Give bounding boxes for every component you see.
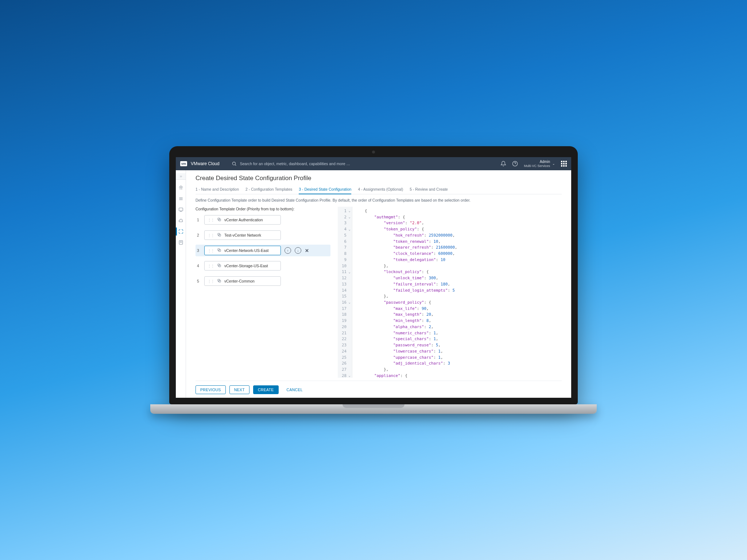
template-box[interactable]: ⋮⋮vCenter-Common <box>204 276 281 286</box>
template-row[interactable]: 1⋮⋮vCenter Authentication <box>196 214 330 226</box>
gutter-line: 9 <box>341 257 351 263</box>
code-line: "lowercase_chars": 1, <box>355 349 457 355</box>
create-button[interactable]: CREATE <box>253 385 279 394</box>
nav-item-list[interactable] <box>178 196 184 202</box>
user-context: Multi-VC Services <box>524 164 550 168</box>
json-preview: 1⌄2⌄34⌄567891011⌄1213141516⌄171819202122… <box>338 207 562 378</box>
row-number: 2 <box>197 233 201 237</box>
code-line: "clock_tolerance": 600000, <box>355 251 457 257</box>
template-box[interactable]: ⋮⋮vCenter-Network-US-East <box>204 246 281 255</box>
wizard-step[interactable]: 3 - Desired State Configuration <box>299 187 351 194</box>
copy-icon <box>217 279 221 284</box>
move-up-button[interactable]: ↑ <box>285 247 291 254</box>
svg-line-1 <box>235 165 236 166</box>
gutter-line: 23 <box>341 342 351 349</box>
drag-handle-icon[interactable]: ⋮⋮ <box>208 249 214 253</box>
code-line: "alpha_chars": 2, <box>355 324 457 330</box>
copy-icon <box>217 263 221 268</box>
move-down-button[interactable]: ↓ <box>295 247 301 254</box>
gutter-line: 1⌄ <box>341 208 351 214</box>
cancel-button[interactable]: CANCEL <box>282 385 307 394</box>
wizard-step[interactable]: 2 - Configuration Templates <box>245 187 292 194</box>
remove-button[interactable]: ✕ <box>305 248 309 253</box>
drag-handle-icon[interactable]: ⋮⋮ <box>208 279 214 283</box>
gutter-line: 26 <box>341 361 351 367</box>
gutter-line: 28⌄ <box>341 373 351 378</box>
code-line: "failed_login_attempts": 5 <box>355 288 457 294</box>
nav-item-config[interactable] <box>178 229 184 234</box>
template-row[interactable]: 3⋮⋮vCenter-Network-US-East↑↓✕ <box>196 245 330 256</box>
user-name: Admin <box>524 160 550 164</box>
wizard-step[interactable]: 4 - Assignments (Optional) <box>358 187 403 194</box>
code-line: "max_length": 20, <box>355 312 457 318</box>
wizard-step[interactable]: 5 - Review and Create <box>410 187 448 194</box>
template-row[interactable]: 2⋮⋮Test-vCenter Network <box>196 229 330 241</box>
code-line: "authmgmt": { <box>355 214 457 221</box>
code-line: { <box>355 208 457 214</box>
drag-handle-icon[interactable]: ⋮⋮ <box>208 264 214 268</box>
gutter-line: 25 <box>341 355 351 361</box>
next-button[interactable]: NEXT <box>229 385 249 394</box>
svg-point-0 <box>232 162 235 165</box>
template-name: vCenter-Network-US-East <box>224 248 268 253</box>
page-instruction: Define Configuration Template order to b… <box>196 198 562 202</box>
product-name: VMware Cloud <box>191 161 220 166</box>
nav-item-home[interactable] <box>178 185 184 191</box>
code-line: "numeric_chars": 1, <box>355 330 457 337</box>
code-line: "special_chars": 1, <box>355 336 457 342</box>
nav-item-reports[interactable] <box>178 240 184 245</box>
nav-item-workspace[interactable] <box>178 207 184 213</box>
template-name: vCenter-Storage-US-East <box>224 264 268 268</box>
gutter-line: 16⌄ <box>341 300 351 306</box>
code-line: "hok_refresh": 2592000000, <box>355 233 457 239</box>
template-name: vCenter-Common <box>224 279 255 283</box>
gutter-line: 18 <box>341 312 351 318</box>
code-line: "version": "2.0", <box>355 220 457 226</box>
user-menu[interactable]: Admin Multi-VC Services ⌄ <box>524 160 555 168</box>
wizard-footer: PREVIOUS NEXT CREATE CANCEL <box>196 381 562 394</box>
topbar: vm VMware Cloud Search for an object, me… <box>176 157 571 170</box>
template-box[interactable]: ⋮⋮Test-vCenter Network <box>204 230 281 240</box>
nav-collapse-toggle[interactable] <box>176 173 186 180</box>
template-name: Test-vCenter Network <box>224 233 261 237</box>
code-line: "min_length": 8, <box>355 318 457 324</box>
notifications-icon[interactable] <box>500 161 506 167</box>
help-icon[interactable] <box>512 161 518 167</box>
code-line: "token_renewal": 10, <box>355 239 457 245</box>
drag-handle-icon[interactable]: ⋮⋮ <box>208 233 214 237</box>
template-row[interactable]: 5⋮⋮vCenter-Common <box>196 275 330 287</box>
template-box[interactable]: ⋮⋮vCenter-Storage-US-East <box>204 261 281 271</box>
template-box[interactable]: ⋮⋮vCenter Authentication <box>204 215 281 225</box>
gutter-line: 14 <box>341 288 351 294</box>
gutter-line: 2⌄ <box>341 214 351 221</box>
gutter-line: 27 <box>341 367 351 373</box>
copy-icon <box>217 217 221 222</box>
nav-item-cloud[interactable] <box>178 218 184 223</box>
global-search[interactable]: Search for an object, metric, dashboard,… <box>231 161 350 167</box>
code-line: }, <box>355 293 457 300</box>
gutter-line: 4⌄ <box>341 226 351 233</box>
template-order-label: Configuration Template Order (Priority f… <box>196 207 330 211</box>
left-nav <box>176 170 186 398</box>
drag-handle-icon[interactable]: ⋮⋮ <box>208 218 214 222</box>
gutter-line: 24 <box>341 349 351 355</box>
gutter-line: 11⌄ <box>341 269 351 275</box>
gutter-line: 3 <box>341 220 351 226</box>
code-line: "max_life": 90, <box>355 306 457 312</box>
gutter-line: 19 <box>341 318 351 324</box>
wizard-steps: 1 - Name and Description2 - Configuratio… <box>196 187 562 194</box>
row-number: 5 <box>197 279 201 283</box>
gutter-line: 12 <box>341 275 351 281</box>
gutter-line: 15 <box>341 293 351 300</box>
code-line: "appliance": { <box>355 373 457 378</box>
code-line: "password_policy": { <box>355 300 457 306</box>
svg-rect-7 <box>179 208 183 211</box>
template-row[interactable]: 4⋮⋮vCenter-Storage-US-East <box>196 260 330 272</box>
brand: vm VMware Cloud <box>180 161 220 166</box>
row-number: 1 <box>197 218 201 222</box>
wizard-step[interactable]: 1 - Name and Description <box>196 187 239 194</box>
code-line: "token_delegation": 10 <box>355 257 457 263</box>
previous-button[interactable]: PREVIOUS <box>196 385 226 394</box>
template-name: vCenter Authentication <box>224 218 263 222</box>
app-launcher-icon[interactable] <box>561 161 567 167</box>
